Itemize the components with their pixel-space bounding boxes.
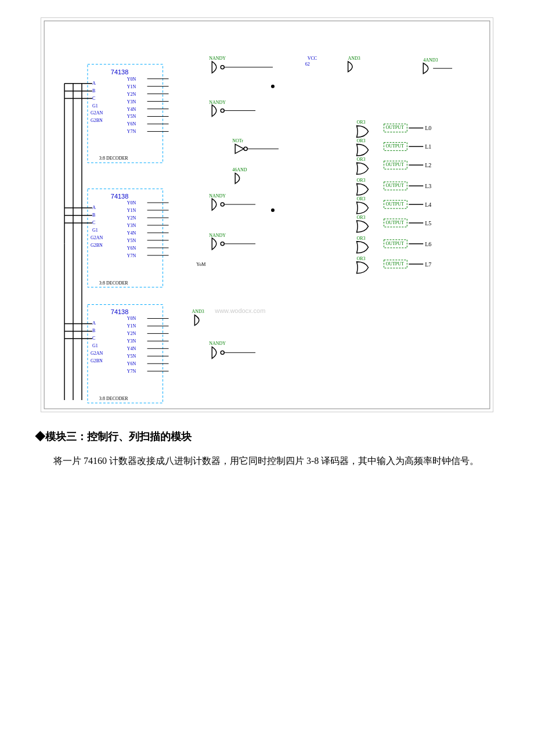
svg-text:OR3: OR3 — [357, 256, 366, 261]
svg-text:Y5N: Y5N — [127, 238, 136, 243]
svg-text:OR3: OR3 — [357, 157, 366, 162]
svg-text:OR3: OR3 — [357, 196, 366, 201]
svg-text:L1: L1 — [425, 143, 431, 150]
svg-text:G2AN: G2AN — [91, 235, 103, 240]
svg-text:NOTr: NOTr — [232, 138, 243, 143]
svg-text:Y5N: Y5N — [127, 354, 136, 359]
svg-text:OR3: OR3 — [357, 178, 366, 183]
svg-rect-0 — [41, 18, 493, 412]
svg-text:OUTPUT: OUTPUT — [385, 220, 404, 225]
svg-text:OUTPUT: OUTPUT — [385, 241, 404, 246]
svg-text:Y3N: Y3N — [127, 223, 136, 228]
svg-text:Y3N: Y3N — [127, 339, 136, 344]
svg-text:Y6N: Y6N — [127, 246, 136, 251]
svg-text:Y4N: Y4N — [127, 346, 136, 351]
svg-text:46AND: 46AND — [232, 167, 247, 172]
svg-point-157 — [271, 208, 275, 212]
svg-text:74138: 74138 — [111, 308, 128, 315]
circuit-diagram: 74138 A B C G1 G2AN G2BN Y0N Y1N Y2N Y3N… — [41, 17, 493, 412]
svg-text:Y3N: Y3N — [127, 99, 136, 105]
svg-text:62: 62 — [305, 62, 310, 67]
svg-text:G1: G1 — [92, 103, 98, 109]
svg-text:Y2N: Y2N — [127, 92, 136, 97]
svg-text:B: B — [92, 328, 95, 333]
svg-text:Y6N: Y6N — [127, 121, 136, 127]
svg-text:3:8 DECODER: 3:8 DECODER — [99, 396, 128, 401]
svg-text:OUTPUT: OUTPUT — [385, 201, 404, 207]
svg-text:A: A — [92, 81, 96, 86]
svg-text:Y0N: Y0N — [127, 77, 136, 82]
svg-text:AND3: AND3 — [348, 56, 360, 61]
svg-text:NANDY: NANDY — [209, 100, 226, 105]
svg-text:74138: 74138 — [111, 69, 128, 75]
svg-text:C: C — [92, 220, 95, 225]
svg-text:NANDY: NANDY — [209, 341, 226, 346]
svg-text:B: B — [92, 88, 95, 93]
svg-text:L5: L5 — [425, 220, 431, 226]
svg-text:OR3: OR3 — [357, 120, 366, 125]
svg-text:G2AN: G2AN — [91, 351, 103, 356]
svg-text:C: C — [92, 96, 95, 101]
svg-text:B: B — [92, 213, 95, 218]
svg-text:Y6N: Y6N — [127, 361, 136, 366]
svg-text:AND3: AND3 — [192, 309, 204, 315]
svg-text:OR3: OR3 — [357, 215, 366, 220]
svg-text:Y7N: Y7N — [127, 369, 136, 374]
svg-text:3:8 DECODER: 3:8 DECODER — [99, 280, 128, 286]
page: 74138 A B C G1 G2AN G2BN Y0N Y1N Y2N Y3N… — [0, 0, 534, 756]
svg-text:Y2N: Y2N — [127, 331, 136, 336]
svg-text:Y7N: Y7N — [127, 129, 136, 134]
svg-text:Y1N: Y1N — [127, 84, 136, 89]
svg-text:3:8 DECODER: 3:8 DECODER — [99, 156, 128, 161]
svg-text:VCC: VCC — [308, 56, 317, 61]
svg-text:OUTPUT: OUTPUT — [385, 143, 404, 149]
section-text: 将一片 74160 计数器改接成八进制计数器，用它同时控制四片 3-8 译码器，… — [35, 453, 499, 470]
svg-text:www.wodocx.com: www.wodocx.com — [214, 308, 265, 315]
svg-text:74138: 74138 — [111, 193, 128, 200]
svg-text:OR3: OR3 — [357, 138, 366, 143]
svg-text:A: A — [92, 205, 96, 210]
svg-text:G1: G1 — [92, 228, 98, 233]
svg-text:L0: L0 — [425, 125, 431, 131]
svg-text:Y0N: Y0N — [127, 316, 136, 321]
svg-text:Y4N: Y4N — [127, 231, 136, 236]
svg-text:Y4N: Y4N — [127, 107, 136, 112]
svg-text:L4: L4 — [425, 201, 431, 208]
svg-text:Y2N: Y2N — [127, 215, 136, 221]
svg-text:NANDY: NANDY — [209, 193, 226, 199]
svg-text:L7: L7 — [425, 261, 431, 268]
svg-text:NANDY: NANDY — [209, 56, 226, 61]
svg-text:Y1N: Y1N — [127, 208, 136, 213]
svg-text:Y0N: Y0N — [127, 200, 136, 206]
svg-text:OR3: OR3 — [357, 236, 366, 241]
svg-text:Y1N: Y1N — [127, 323, 136, 329]
svg-text:L2: L2 — [425, 162, 431, 168]
svg-text:4AND3: 4AND3 — [423, 57, 438, 63]
svg-text:Y7N: Y7N — [127, 253, 136, 258]
svg-text:G2BN: G2BN — [91, 118, 103, 123]
svg-text:C: C — [92, 336, 95, 341]
svg-text:G2AN: G2AN — [91, 111, 103, 116]
svg-text:A: A — [92, 321, 96, 326]
svg-text:OUTPUT: OUTPUT — [385, 261, 404, 267]
svg-text:OUTPUT: OUTPUT — [385, 125, 404, 130]
svg-text:L3: L3 — [425, 183, 431, 189]
svg-text:YoM: YoM — [196, 262, 205, 267]
svg-text:G1: G1 — [92, 343, 98, 348]
svg-text:OUTPUT: OUTPUT — [385, 183, 404, 188]
svg-text:OUTPUT: OUTPUT — [385, 162, 404, 167]
svg-text:L6: L6 — [425, 241, 431, 247]
svg-text:G2BN: G2BN — [91, 358, 103, 363]
section-title: ◆模块三：控制行、列扫描的模块 — [35, 430, 499, 444]
svg-text:Y5N: Y5N — [127, 114, 136, 119]
circuit-svg: 74138 A B C G1 G2AN G2BN Y0N Y1N Y2N Y3N… — [41, 18, 493, 412]
svg-point-156 — [271, 85, 275, 88]
svg-text:G2BN: G2BN — [91, 243, 103, 248]
svg-text:NANDY: NANDY — [209, 233, 226, 238]
